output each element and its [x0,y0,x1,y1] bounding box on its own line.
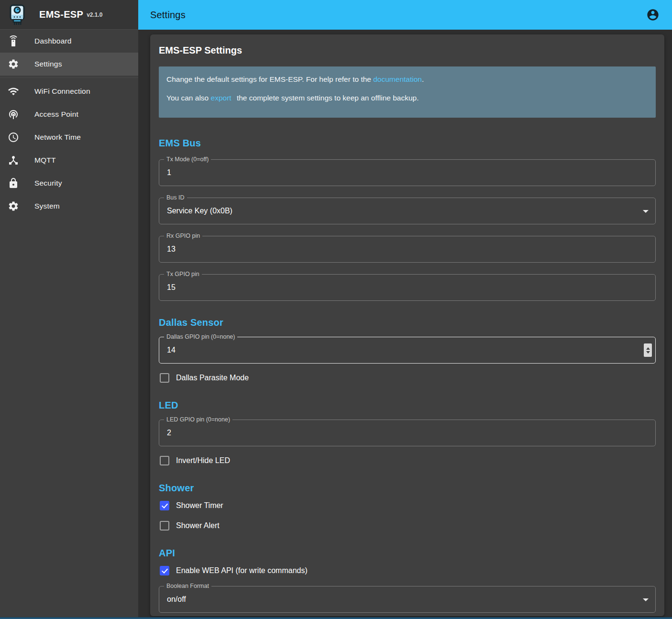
sidebar-item-dashboard[interactable]: Dashboard [0,30,138,53]
checkbox-icon[interactable] [160,373,169,383]
spinner-down-icon[interactable] [646,351,650,354]
shower-timer-checkbox[interactable]: Shower Timer [159,500,656,511]
checkbox-icon[interactable] [160,501,169,510]
field-value: on/off [167,595,186,604]
brand-header: EMS-ESP v2.1.0 [0,0,138,30]
sidebar-item-label: System [34,202,60,210]
led-gpio-field[interactable]: LED GPIO pin (0=none) 2 [159,420,656,446]
field-value: 13 [167,245,176,254]
field-value: 14 [167,346,176,354]
sidebar-divider [0,77,138,78]
section-title-shower: Shower [159,483,656,494]
dallas-parasite-checkbox[interactable]: Dallas Parasite Mode [159,372,656,384]
app-bar: Settings [138,0,672,30]
bus-id-select[interactable]: Bus ID Service Key (0x0B) [159,198,656,224]
enable-web-api-checkbox[interactable]: Enable WEB API (for write commands) [159,565,656,576]
section-title-api: API [159,548,656,559]
sidebar-item-security[interactable]: Security [0,172,138,195]
gear-icon [8,200,19,212]
settings-card: EMS-ESP Settings Change the default sett… [150,34,664,616]
remote-icon [8,35,19,47]
field-value: 1 [167,168,171,177]
tx-mode-field[interactable]: Tx Mode (0=off) 1 [159,159,656,186]
dallas-gpio-field[interactable]: Dallas GPIO pin (0=none) 14 [159,337,656,364]
boolean-format-select[interactable]: Boolean Format on/off [159,586,656,613]
info-box: Change the default settings for EMS-ESP.… [159,66,656,118]
export-link[interactable]: export [211,94,231,102]
sidebar-item-label: Access Point [34,110,78,119]
checkbox-icon[interactable] [160,521,169,531]
section-title-dallas-sensor: Dallas Sensor [159,317,656,328]
sidebar-item-access-point[interactable]: Access Point [0,103,138,126]
sidebar-nav: Dashboard Settings WiFi Connection A [0,30,138,218]
checkbox-icon[interactable] [160,566,169,575]
spinner-up-icon[interactable] [646,347,650,350]
bottom-edge-strip [0,617,672,619]
info-line-2: You can also export the complete system … [166,94,648,102]
wifi-tethering-icon [8,109,19,120]
clock-icon [8,132,19,143]
card-title: EMS-ESP Settings [159,45,656,56]
chevron-down-icon [643,598,649,601]
field-label: Tx Mode (0=off) [164,155,211,164]
app-version: v2.1.0 [87,11,102,18]
gear-icon [8,58,19,70]
sidebar-item-network-time[interactable]: Network Time [0,126,138,149]
sidebar-item-label: Security [34,179,62,188]
wifi-icon [8,86,19,97]
field-label: Boolean Format [164,582,211,590]
field-label: Bus ID [164,194,187,202]
sidebar-item-mqtt[interactable]: MQTT [0,149,138,172]
field-label: Tx GPIO pin [164,270,202,278]
chevron-down-icon [643,210,649,213]
documentation-link[interactable]: documentation [373,75,422,83]
sidebar-item-label: WiFi Connection [34,87,90,96]
rx-gpio-field[interactable]: Rx GPIO pin 13 [159,236,656,263]
app-window: EMS-ESP v2.1.0 Dashboard Settings [0,0,672,619]
page-title: Settings [150,10,186,21]
lock-icon [8,177,19,189]
sidebar-item-system[interactable]: System [0,195,138,218]
section-title-ems-bus: EMS Bus [159,138,656,149]
field-value: Service Key (0x0B) [167,207,232,215]
checkbox-icon[interactable] [160,456,169,465]
section-title-led: LED [159,400,656,411]
device-hub-icon [8,155,19,166]
invert-hide-led-checkbox[interactable]: Invert/Hide LED [159,455,656,466]
number-spinner[interactable] [644,343,652,357]
main-content: EMS-ESP Settings Change the default sett… [138,30,672,619]
sidebar: EMS-ESP v2.1.0 Dashboard Settings [0,0,138,619]
field-value: 15 [167,283,176,292]
tx-gpio-field[interactable]: Tx GPIO pin 15 [159,274,656,301]
sidebar-item-label: Dashboard [34,37,72,45]
field-label: Dallas GPIO pin (0=none) [164,333,237,341]
sidebar-item-label: Network Time [34,133,81,142]
shower-alert-checkbox[interactable]: Shower Alert [159,520,656,531]
sidebar-item-label: Settings [34,60,62,68]
info-line-1: Change the default settings for EMS-ESP.… [166,75,648,84]
ems-esp-boiler-logo-icon [8,4,27,25]
sidebar-item-wifi-connection[interactable]: WiFi Connection [0,80,138,103]
app-title: EMS-ESP [39,9,83,20]
sidebar-item-settings[interactable]: Settings [0,53,138,76]
field-label: LED GPIO pin (0=none) [164,416,232,424]
account-circle-icon[interactable] [643,5,662,24]
field-label: Rx GPIO pin [164,232,202,240]
sidebar-item-label: MQTT [34,156,56,165]
field-value: 2 [167,429,171,437]
